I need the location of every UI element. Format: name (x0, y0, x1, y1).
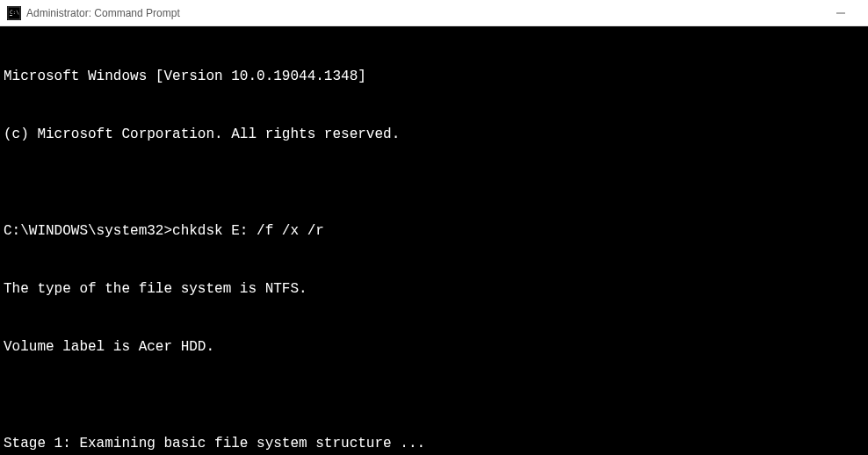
output-line: Stage 1: Examining basic file system str… (4, 434, 864, 453)
output-line: Volume label is Acer HDD. (4, 337, 864, 357)
svg-text:C:\: C:\ (10, 9, 19, 15)
window-controls (821, 0, 861, 26)
svg-rect-3 (10, 15, 12, 16)
app-icon: C:\ (7, 6, 21, 20)
terminal-output[interactable]: Microsoft Windows [Version 10.0.19044.13… (0, 26, 868, 455)
output-line: (c) Microsoft Corporation. All rights re… (4, 125, 864, 144)
minimize-button[interactable] (821, 0, 861, 26)
window-title: Administrator: Command Prompt (26, 7, 821, 19)
output-line: The type of the file system is NTFS. (4, 279, 864, 299)
window-titlebar[interactable]: C:\ Administrator: Command Prompt (0, 0, 868, 26)
command-line: C:\WINDOWS\system32>chkdsk E: /f /x /r (4, 221, 864, 241)
output-line: Microsoft Windows [Version 10.0.19044.13… (4, 67, 864, 86)
